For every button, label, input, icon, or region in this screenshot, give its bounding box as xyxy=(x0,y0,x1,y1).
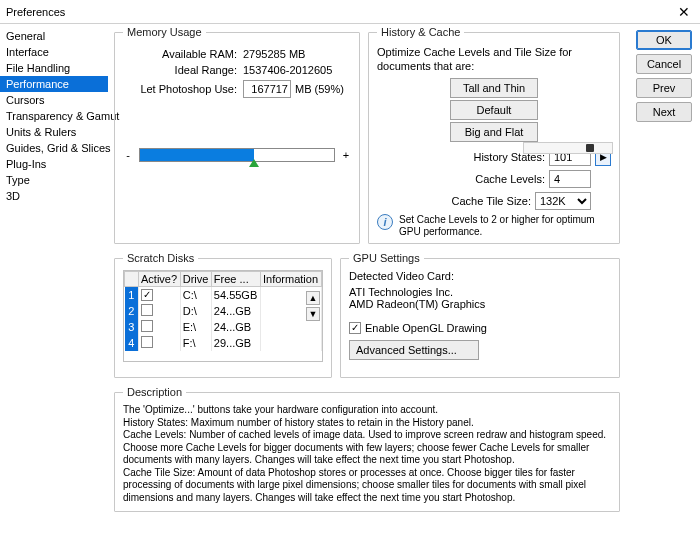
sidebar-item-units-rulers[interactable]: Units & Rulers xyxy=(0,124,108,140)
sidebar: GeneralInterfaceFile HandlingPerformance… xyxy=(0,24,108,546)
memory-usage-group: Memory Usage Available RAM: 2795285 MB I… xyxy=(114,26,360,244)
scratch-table[interactable]: Active? Drive Free ... Information 1✓C:\… xyxy=(124,271,322,351)
gpu-vendor: ATI Technologies Inc. xyxy=(349,286,611,298)
col-active[interactable]: Active? xyxy=(139,272,181,287)
slider-fill xyxy=(140,149,254,161)
active-checkbox[interactable] xyxy=(141,320,153,332)
sidebar-item-guides-grid-slices[interactable]: Guides, Grid & Slices xyxy=(0,140,108,156)
description-text: The 'Optimize...' buttons take your hard… xyxy=(123,404,611,504)
available-ram-value: 2795285 MB xyxy=(243,48,305,60)
sidebar-item-file-handling[interactable]: File Handling xyxy=(0,60,108,76)
let-use-unit: MB (59%) xyxy=(295,83,344,95)
sidebar-item-plug-ins[interactable]: Plug-Ins xyxy=(0,156,108,172)
table-row[interactable]: 4F:\29...GB xyxy=(125,335,322,351)
ok-button[interactable]: OK xyxy=(636,30,692,50)
sidebar-item-general[interactable]: General xyxy=(0,28,108,44)
col-info[interactable]: Information xyxy=(261,272,322,287)
active-checkbox[interactable]: ✓ xyxy=(141,289,153,301)
minus-icon[interactable]: - xyxy=(123,149,133,161)
ideal-range-value: 1537406-2012605 xyxy=(243,64,332,76)
history-states-slider[interactable] xyxy=(523,142,613,154)
cache-info-text: Set Cache Levels to 2 or higher for opti… xyxy=(399,214,611,238)
table-row[interactable]: 3E:\24...GB xyxy=(125,319,322,335)
cancel-button[interactable]: Cancel xyxy=(636,54,692,74)
sidebar-item-transparency-gamut[interactable]: Transparency & Gamut xyxy=(0,108,108,124)
gpu-legend: GPU Settings xyxy=(349,252,424,264)
close-icon[interactable]: ✕ xyxy=(674,4,694,20)
tall-thin-button[interactable]: Tall and Thin xyxy=(450,78,538,98)
advanced-settings-button[interactable]: Advanced Settings... xyxy=(349,340,479,360)
info-icon: i xyxy=(377,214,393,230)
sidebar-item-3d[interactable]: 3D xyxy=(0,188,108,204)
cache-levels-input[interactable] xyxy=(549,170,591,188)
sidebar-item-interface[interactable]: Interface xyxy=(0,44,108,60)
move-down-icon[interactable]: ▼ xyxy=(306,307,320,321)
move-up-icon[interactable]: ▲ xyxy=(306,291,320,305)
detected-card-label: Detected Video Card: xyxy=(349,270,611,282)
gpu-card: AMD Radeon(TM) Graphics xyxy=(349,298,611,310)
slider-thumb[interactable] xyxy=(249,159,259,167)
enable-opengl-checkbox[interactable]: ✓ xyxy=(349,322,361,334)
description-group: Description The 'Optimize...' buttons ta… xyxy=(114,386,620,512)
titlebar: Preferences ✕ xyxy=(0,0,700,24)
description-legend: Description xyxy=(123,386,186,398)
default-button[interactable]: Default xyxy=(450,100,538,120)
col-drive[interactable]: Drive xyxy=(180,272,211,287)
active-checkbox[interactable] xyxy=(141,304,153,316)
memory-slider[interactable]: - + xyxy=(123,148,351,162)
scratch-disks-group: Scratch Disks Active? Drive Free ... Inf… xyxy=(114,252,332,378)
let-use-input[interactable] xyxy=(243,80,291,98)
available-ram-label: Available RAM: xyxy=(123,48,243,60)
window-title: Preferences xyxy=(6,6,65,18)
plus-icon[interactable]: + xyxy=(341,149,351,161)
cache-tile-label: Cache Tile Size: xyxy=(452,195,531,207)
sidebar-item-cursors[interactable]: Cursors xyxy=(0,92,108,108)
scratch-table-wrap: Active? Drive Free ... Information 1✓C:\… xyxy=(123,270,323,362)
sidebar-item-type[interactable]: Type xyxy=(0,172,108,188)
col-free[interactable]: Free ... xyxy=(211,272,260,287)
table-row[interactable]: 1✓C:\54.55GB xyxy=(125,287,322,303)
next-button[interactable]: Next xyxy=(636,102,692,122)
slider-track[interactable] xyxy=(139,148,335,162)
big-flat-button[interactable]: Big and Flat xyxy=(450,122,538,142)
history-intro: Optimize Cache Levels and Tile Size for … xyxy=(377,46,611,74)
gpu-settings-group: GPU Settings Detected Video Card: ATI Te… xyxy=(340,252,620,378)
enable-opengl-label: Enable OpenGL Drawing xyxy=(365,322,487,334)
let-use-label: Let Photoshop Use: xyxy=(123,83,243,95)
table-row[interactable]: 2D:\24...GB xyxy=(125,303,322,319)
history-legend: History & Cache xyxy=(377,26,464,38)
active-checkbox[interactable] xyxy=(141,336,153,348)
sidebar-item-performance[interactable]: Performance xyxy=(0,76,108,92)
history-cache-group: History & Cache Optimize Cache Levels an… xyxy=(368,26,620,244)
dialog-buttons: OK Cancel Prev Next xyxy=(632,24,700,546)
content-area: Memory Usage Available RAM: 2795285 MB I… xyxy=(108,24,632,546)
scratch-legend: Scratch Disks xyxy=(123,252,198,264)
cache-levels-label: Cache Levels: xyxy=(475,173,545,185)
memory-legend: Memory Usage xyxy=(123,26,206,38)
prev-button[interactable]: Prev xyxy=(636,78,692,98)
cache-tile-select[interactable]: 132K xyxy=(535,192,591,210)
ideal-range-label: Ideal Range: xyxy=(123,64,243,76)
